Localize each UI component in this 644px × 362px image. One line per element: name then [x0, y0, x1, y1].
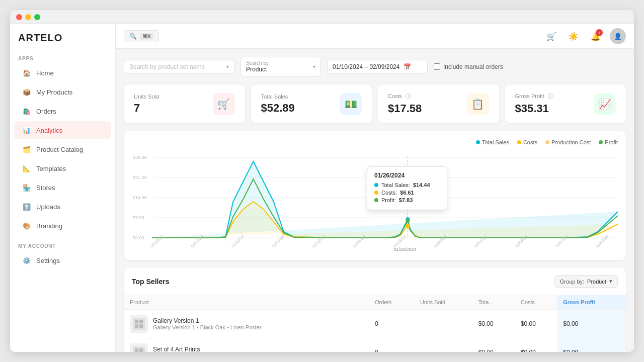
svg-text:$7.00: $7.00	[133, 215, 144, 220]
app-logo: ARTELO	[10, 32, 115, 52]
my-account-section-label: MY ACCOUNT	[10, 239, 115, 251]
analytics-icon: 📊	[22, 126, 31, 135]
sidebar-item-orders[interactable]: 🛍️ Orders	[14, 102, 111, 120]
sidebar-item-label: Settings	[36, 257, 60, 264]
units-sold-info: Units Sold 7	[134, 94, 159, 115]
product-text: Set of 4 Art Prints 12x16 • White Oak • …	[153, 346, 275, 352]
sidebar-item-home[interactable]: 🏠 Home	[14, 64, 111, 82]
chart-legend: Total Sales Costs Production Cost Profit	[132, 139, 618, 145]
search-icon: 🔍	[129, 33, 137, 40]
sidebar-item-uploads[interactable]: ⬆️ Uploads	[14, 198, 111, 216]
calendar-icon: 📅	[404, 63, 411, 70]
product-catalog-icon: 🗂️	[22, 145, 31, 154]
sidebar-item-analytics[interactable]: 📊 Analytics	[14, 121, 111, 139]
sidebar-item-label: Home	[36, 69, 54, 77]
main-content: 🔍 ⌘K 🛒 ☀️ 🔔 1 👤	[116, 24, 634, 352]
notifications-button[interactable]: 🔔 1	[588, 28, 604, 44]
apps-section-label: APPS	[10, 52, 115, 63]
svg-text:$28.00: $28.00	[133, 155, 147, 160]
svg-rect-28	[139, 320, 143, 323]
costs-icon: 📋	[467, 93, 489, 115]
summary-cards: Units Sold 7 🛒 Total Sales $52.89 💵	[124, 84, 626, 123]
total-sales-value: $52.89	[261, 102, 295, 115]
gross-profit-card: Gross Profit ⓘ $35.31 📈	[505, 84, 626, 123]
global-search[interactable]: 🔍 ⌘K	[124, 30, 159, 42]
gross-profit-info-icon[interactable]: ⓘ	[548, 93, 553, 99]
sidebar-item-branding[interactable]: 🎨 Branding	[14, 217, 111, 235]
svg-rect-29	[135, 324, 138, 328]
include-manual-checkbox[interactable]	[434, 63, 440, 70]
tooltip-total-sales: Total Sales: $14.44	[374, 182, 440, 188]
svg-text:$21.00: $21.00	[133, 175, 147, 180]
include-manual-label[interactable]: Include manual orders	[434, 63, 503, 70]
units-sold-value: 7	[134, 102, 159, 115]
sidebar-item-settings[interactable]: ⚙️ Settings	[14, 251, 111, 269]
svg-rect-32	[135, 348, 138, 352]
product-cell: Set of 4 Art Prints 12x16 • White Oak • …	[124, 338, 369, 352]
group-by-value: Product	[587, 279, 606, 285]
sidebar-item-label: Templates	[36, 165, 66, 172]
product-set-filter[interactable]: Search by product set name ▾	[124, 60, 234, 74]
tooltip-x-label: 01/26/2024	[393, 247, 416, 252]
total-sales-info: Total Sales $52.89	[261, 94, 295, 115]
col-gross-profit: Gross Profit	[557, 295, 626, 310]
costs-info-icon[interactable]: ⓘ	[406, 93, 411, 99]
units-sold-cell	[414, 338, 472, 352]
search-by-filter[interactable]: Search by Product ▾	[240, 57, 321, 76]
sidebar-item-label: Product Catalog	[36, 146, 83, 153]
top-bar-left: 🔍 ⌘K	[124, 30, 159, 42]
date-range-value: 01/10/2024 – 02/09/2024	[333, 63, 399, 70]
total-sales-icon: 💵	[340, 93, 362, 115]
legend-profit: Profit	[599, 139, 618, 145]
uploads-icon: ⬆️	[22, 202, 31, 211]
gross-profit-cell: $0.00	[557, 338, 626, 352]
units-sold-icon: 🛒	[213, 93, 235, 115]
gross-profit-icon: 📈	[594, 93, 616, 115]
sidebar-item-stores[interactable]: 🏪 Stores	[14, 178, 111, 197]
gross-profit-cell: $0.00	[557, 310, 626, 338]
costs-cell: $0.00	[515, 310, 557, 338]
date-range-picker[interactable]: 01/10/2024 – 02/09/2024 📅	[327, 60, 428, 74]
svg-point-13	[406, 219, 410, 223]
sidebar-item-label: Branding	[36, 222, 62, 230]
units-sold-label: Units Sold	[134, 94, 159, 100]
group-by-button[interactable]: Group by: Product ▾	[554, 275, 618, 288]
svg-text:01/10/24: 01/10/24	[149, 234, 164, 249]
tooltip-costs: Costs: $6.61	[374, 190, 440, 196]
gross-profit-info: Gross Profit ⓘ $35.31	[515, 93, 553, 115]
chevron-down-icon: ▾	[226, 64, 229, 69]
group-by-label: Group by:	[560, 279, 584, 285]
svg-rect-27	[135, 320, 138, 323]
home-icon: 🏠	[22, 68, 31, 77]
tooltip-costs-label: Costs:	[381, 190, 397, 196]
product-name: Set of 4 Art Prints	[153, 346, 275, 352]
search-shortcut-key: ⌘K	[140, 33, 153, 40]
tooltip-costs-dot	[374, 191, 378, 195]
orders-icon: 🛍️	[22, 107, 31, 116]
product-info: Gallery Version 1 Gallery Version 1 • Bl…	[130, 315, 363, 333]
cart-button[interactable]: 🛒	[543, 28, 559, 44]
my-products-icon: 📦	[22, 87, 31, 97]
tooltip-total-sales-label: Total Sales:	[381, 182, 410, 188]
gross-profit-value: $35.31	[515, 102, 553, 115]
tooltip-costs-value: $6.61	[400, 190, 414, 196]
svg-text:01/19/24: 01/19/24	[271, 234, 286, 249]
product-set-placeholder: Search by product set name	[129, 63, 205, 70]
table-row: Gallery Version 1 Gallery Version 1 • Bl…	[124, 310, 626, 338]
legend-production-cost: Production Cost	[545, 139, 591, 145]
top-sellers-table-card: Top Sellers Group by: Product ▾ Product …	[124, 268, 626, 352]
tooltip-profit-dot	[374, 198, 378, 202]
group-by-chevron-icon: ▾	[609, 278, 612, 285]
settings-button[interactable]: ☀️	[566, 28, 582, 44]
templates-icon: 📐	[22, 164, 31, 173]
sidebar-item-my-products[interactable]: 📦 My Products	[14, 83, 111, 101]
chart-tooltip: 01/26/2024 Total Sales: $14.44 Costs: $6…	[367, 166, 447, 210]
col-orders: Orders	[369, 295, 414, 310]
tooltip-profit: Profit: $7.83	[374, 197, 440, 203]
user-avatar[interactable]: 👤	[610, 28, 626, 44]
sidebar-item-product-catalog[interactable]: 🗂️ Product Catalog	[14, 140, 111, 158]
sidebar-item-label: Analytics	[36, 127, 62, 134]
costs-value: $17.58	[388, 102, 422, 115]
sidebar-item-templates[interactable]: 📐 Templates	[14, 159, 111, 177]
product-variant: Gallery Version 1 • Black Oak • Linen Po…	[153, 324, 262, 330]
